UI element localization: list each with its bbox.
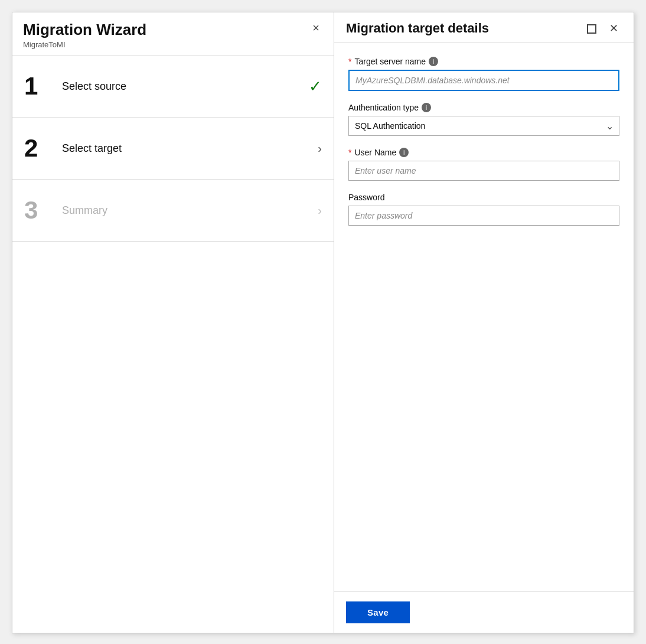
user-name-group: * User Name i — [348, 148, 619, 181]
authentication-type-label: Authentication type i — [348, 103, 619, 112]
required-star-server: * — [348, 57, 351, 66]
step-3-label: Summary — [62, 204, 318, 217]
right-close-button[interactable]: ✕ — [606, 22, 622, 35]
right-panel-footer: Save — [334, 591, 634, 633]
target-server-name-label: * Target server name i — [348, 57, 619, 66]
step-2-label: Select target — [62, 142, 318, 155]
left-content-area — [12, 242, 334, 633]
save-button[interactable]: Save — [346, 601, 410, 623]
wizard-subtitle: MigrateToMI — [23, 40, 146, 49]
right-panel-header: Migration target details ✕ — [334, 12, 634, 43]
left-panel: Migration Wizard MigrateToMI × 1 Select … — [12, 12, 334, 633]
auth-type-select-wrapper: SQL Authentication Windows Authenticatio… — [348, 116, 619, 136]
user-name-label: * User Name i — [348, 148, 619, 157]
authentication-type-group: Authentication type i SQL Authentication… — [348, 103, 619, 136]
right-header-icons: ✕ — [583, 22, 622, 35]
form-area: * Target server name i Authentication ty… — [334, 43, 634, 591]
step-2-item[interactable]: 2 Select target › — [12, 118, 334, 180]
step-1-number: 1 — [24, 74, 57, 99]
user-name-info-icon: i — [399, 148, 409, 157]
step-1-label: Select source — [62, 80, 309, 93]
target-server-name-input[interactable] — [348, 70, 619, 91]
maximize-icon — [587, 24, 596, 34]
password-input[interactable] — [348, 206, 619, 226]
wizard-header-text: Migration Wizard MigrateToMI — [23, 21, 146, 49]
wizard-title: Migration Wizard — [23, 21, 146, 39]
server-name-info-icon: i — [429, 57, 438, 66]
step-1-check-icon: ✓ — [309, 77, 322, 96]
wizard-close-button[interactable]: × — [309, 21, 323, 35]
password-group: Password — [348, 193, 619, 226]
right-panel: Migration target details ✕ * Target serv… — [334, 12, 634, 633]
target-server-name-group: * Target server name i — [348, 57, 619, 91]
step-2-chevron-icon: › — [318, 142, 322, 155]
required-star-username: * — [348, 148, 351, 157]
step-1-item[interactable]: 1 Select source ✓ — [12, 56, 334, 118]
user-name-input[interactable] — [348, 161, 619, 181]
auth-type-info-icon: i — [422, 103, 431, 112]
authentication-type-select[interactable]: SQL Authentication Windows Authenticatio… — [348, 116, 619, 136]
password-label: Password — [348, 193, 619, 202]
right-panel-title: Migration target details — [346, 21, 489, 36]
step-3-number: 3 — [24, 198, 57, 223]
maximize-button[interactable] — [583, 22, 600, 35]
wizard-header: Migration Wizard MigrateToMI × — [12, 12, 334, 56]
step-2-number: 2 — [24, 136, 57, 161]
step-3-chevron-icon: › — [318, 204, 322, 217]
step-3-item: 3 Summary › — [12, 180, 334, 242]
